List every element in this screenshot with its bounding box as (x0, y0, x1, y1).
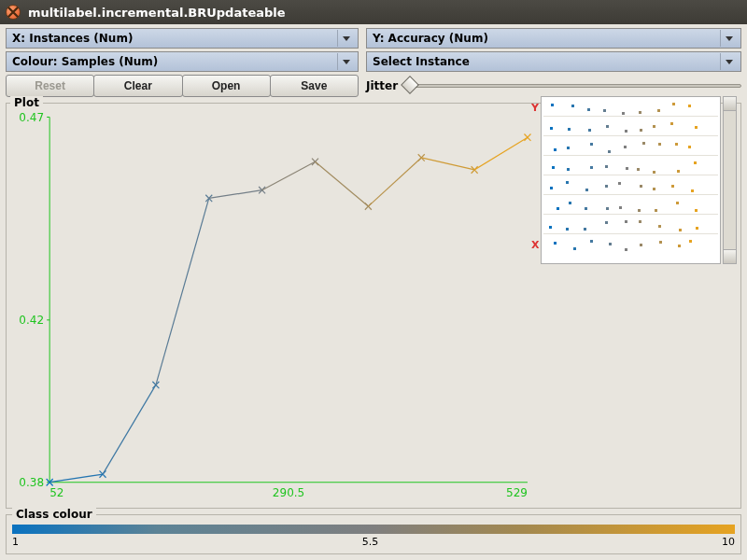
mini-dot (625, 130, 627, 133)
jitter-slider[interactable] (403, 78, 741, 93)
mini-dot (625, 248, 627, 251)
mini-dot (554, 242, 557, 245)
mini-dot (695, 126, 698, 129)
main-plot-area: 0.380.420.4752290.5529 (10, 109, 535, 504)
chevron-down-icon (337, 53, 354, 70)
class-colour-mid: 5.5 (362, 536, 379, 548)
mini-dot (675, 143, 678, 146)
svg-text:52: 52 (49, 485, 63, 498)
colour-combo[interactable]: Colour: Samples (Num) (6, 51, 359, 72)
x-axis-combo[interactable]: X: Instances (Num) (6, 28, 359, 49)
chevron-down-icon (720, 53, 737, 70)
mini-dot (587, 108, 590, 111)
mini-dot (679, 229, 682, 231)
svg-line-14 (209, 190, 262, 199)
slider-thumb[interactable] (401, 76, 419, 94)
svg-line-16 (315, 161, 368, 206)
mini-dot (653, 171, 655, 174)
mini-dot (622, 112, 625, 115)
mini-dot (642, 142, 645, 145)
mini-dot (677, 170, 680, 173)
mini-dot (676, 202, 679, 204)
mini-dot (655, 209, 657, 212)
mini-plot-row (543, 139, 718, 156)
mini-dot (573, 247, 576, 250)
select-instance-combo[interactable]: Select Instance (366, 51, 741, 72)
mini-x-label: X (531, 239, 539, 251)
svg-text:529: 529 (506, 485, 528, 498)
mini-dot (688, 146, 691, 148)
plot-group: Plot 0.380.420.4752290.5529 YX (6, 103, 741, 509)
y-axis-label: Y: Accuracy (Num) (373, 32, 488, 45)
mini-plot-row (543, 159, 718, 175)
mini-dot (688, 105, 691, 107)
mini-dot (549, 226, 552, 229)
attribute-strip-panel: YX (541, 96, 737, 504)
svg-line-12 (103, 385, 156, 474)
controls-row: X: Instances (Num) Colour: Samples (Num)… (0, 24, 747, 97)
titlebar: multilabel.incremental.BRUpdateable (0, 0, 747, 24)
mini-dot (637, 168, 640, 171)
svg-line-11 (49, 474, 103, 483)
mini-plot-stack: YX (541, 96, 721, 264)
mini-dot (605, 165, 608, 168)
open-button[interactable]: Open (182, 75, 271, 97)
window-title: multilabel.incremental.BRUpdateable (28, 6, 286, 20)
mini-dot (658, 225, 661, 228)
svg-line-19 (474, 137, 528, 170)
mini-plot-row: X (543, 237, 718, 254)
y-axis-combo[interactable]: Y: Accuracy (Num) (366, 28, 741, 49)
mini-dot (671, 185, 674, 188)
mini-dot (550, 127, 553, 130)
mini-dot (619, 206, 622, 209)
reset-button[interactable]: Reset (6, 75, 94, 97)
chevron-down-icon (337, 30, 354, 47)
mini-dot (639, 220, 641, 223)
action-button-row: Reset Clear Open Save (6, 75, 359, 97)
mini-dot (653, 188, 655, 190)
mini-dot (590, 240, 593, 243)
mini-dot (584, 228, 586, 231)
svg-line-13 (156, 198, 209, 385)
class-colour-group: Class colour 1 5.5 10 (6, 514, 741, 554)
mini-dot (653, 125, 655, 128)
chevron-down-icon (720, 30, 737, 47)
svg-text:0.47: 0.47 (19, 110, 44, 123)
jitter-label: Jitter (366, 79, 398, 92)
mini-dot (566, 228, 569, 231)
mini-dot (639, 111, 641, 114)
mini-dot (588, 129, 591, 132)
mini-dot (590, 143, 593, 146)
window-close-button[interactable] (6, 5, 21, 20)
mini-dot (658, 143, 661, 146)
mini-dot (603, 109, 606, 112)
class-colour-gradient (12, 525, 735, 534)
mini-dot (606, 125, 609, 128)
mini-dot (625, 220, 627, 223)
mini-dot (608, 150, 611, 153)
mini-dot (550, 187, 553, 189)
mini-dot (696, 227, 698, 230)
svg-text:290.5: 290.5 (273, 485, 304, 498)
mini-dot (554, 148, 557, 151)
line-chart: 0.380.420.4752290.5529 (10, 109, 535, 504)
mini-plot-row (543, 217, 718, 234)
mini-dot (566, 181, 569, 184)
mini-dot (605, 185, 608, 188)
mini-dot (585, 207, 587, 210)
class-colour-min: 1 (12, 536, 19, 548)
mini-y-label: Y (531, 102, 539, 114)
mini-dot (552, 166, 555, 169)
slider-track (403, 84, 741, 88)
clear-button[interactable]: Clear (93, 75, 182, 97)
mini-plot-scrollbar[interactable] (723, 96, 737, 264)
mini-dot (694, 161, 697, 164)
mini-dot (568, 128, 571, 131)
mini-dot (640, 244, 642, 246)
mini-dot (638, 209, 641, 212)
save-button[interactable]: Save (270, 75, 359, 97)
svg-line-17 (368, 158, 421, 206)
mini-plot-row (543, 119, 718, 136)
mini-dot (605, 221, 608, 224)
mini-dot (678, 245, 681, 247)
